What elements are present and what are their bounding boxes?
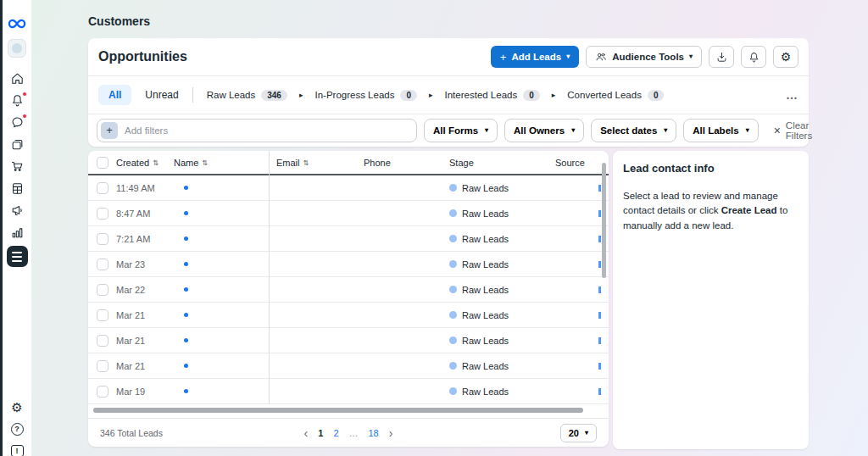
prev-page-icon[interactable]: ‹	[304, 426, 309, 440]
select-dates-dropdown[interactable]: Select dates ▾	[591, 119, 676, 142]
stage-dot	[449, 336, 457, 344]
row-checkbox[interactable]	[97, 284, 108, 296]
sidebar-item-notifications[interactable]	[3, 89, 31, 111]
page-1[interactable]: 1	[318, 428, 323, 438]
filters-text-input[interactable]	[125, 125, 413, 136]
clipped-source-text	[598, 337, 601, 344]
select-all-checkbox[interactable]	[97, 157, 108, 169]
page-size-value: 20	[569, 428, 579, 438]
column-phone: Phone	[359, 158, 447, 168]
column-email[interactable]: Email ⇅	[269, 158, 359, 168]
sidebar-item-insights[interactable]	[3, 221, 31, 243]
stage-dot	[449, 362, 457, 370]
table-row[interactable]: Mar 22 Raw Leads	[88, 277, 609, 303]
created-cell: Mar 22	[112, 285, 170, 295]
add-leads-label: Add Leads	[511, 52, 561, 62]
gear-icon: ⚙	[11, 401, 22, 414]
column-name[interactable]: Name ⇅	[170, 158, 269, 168]
count-badge: 346	[261, 90, 287, 101]
created-cell: 11:49 AM	[112, 183, 170, 193]
sidebar-item-feedback[interactable]: !	[3, 440, 31, 456]
row-checkbox[interactable]	[97, 208, 108, 220]
add-filter-icon[interactable]: +	[101, 122, 118, 139]
sidebar-item-commerce[interactable]	[3, 155, 31, 177]
leads-table-card: Created ⇅ Name ⇅ Email ⇅ Phone Stage Sou…	[88, 151, 609, 447]
sidebar-item-pages[interactable]	[3, 133, 31, 155]
sidebar-item-home[interactable]	[3, 67, 31, 89]
stage-cell: Raw Leads	[447, 183, 551, 193]
pages-icon	[10, 137, 25, 152]
tab-in-progress-leads[interactable]: In-Progress Leads 0	[314, 90, 417, 101]
row-checkbox[interactable]	[97, 360, 108, 372]
close-icon: ×	[774, 125, 781, 136]
column-created[interactable]: Created ⇅	[112, 158, 170, 168]
audience-tools-button[interactable]: Audience Tools ▾	[586, 46, 702, 68]
vertical-scrollbar[interactable]	[602, 163, 606, 278]
all-labels-dropdown[interactable]: All Labels ▾	[683, 119, 758, 142]
export-leads-button[interactable]	[709, 46, 734, 68]
sort-icon: ⇅	[153, 158, 159, 167]
table-row[interactable]: 7:21 AM Raw Leads	[88, 226, 609, 252]
row-checkbox[interactable]	[97, 259, 108, 270]
sidebar-item-all-tools[interactable]	[3, 243, 31, 265]
clipped-source-text	[598, 286, 601, 293]
row-checkbox[interactable]	[97, 386, 108, 398]
source-cell	[551, 185, 609, 192]
table-row[interactable]: Mar 21 Raw Leads	[88, 328, 609, 353]
stage-cell: Raw Leads	[447, 361, 551, 371]
unread-dot	[184, 211, 188, 215]
stage-dot	[449, 286, 457, 293]
sidebar-item-billing[interactable]	[3, 177, 31, 199]
chevron-down-icon: ▾	[746, 127, 749, 134]
table-row[interactable]: Mar 21 Raw Leads	[88, 353, 609, 379]
unread-dot	[184, 262, 188, 266]
created-cell: Mar 21	[112, 310, 170, 320]
more-options-button[interactable]: …	[786, 88, 798, 102]
meta-logo-icon[interactable]	[3, 13, 31, 35]
sidebar-item-messages[interactable]	[3, 111, 31, 133]
tab-all[interactable]: All	[98, 85, 131, 105]
tab-raw-leads[interactable]: Raw Leads 346	[207, 90, 287, 101]
tab-converted-leads[interactable]: Converted Leads 0	[567, 90, 664, 101]
dropdown-label: All Owners	[514, 125, 565, 136]
add-filters-input[interactable]: +	[97, 119, 417, 142]
row-checkbox[interactable]	[97, 335, 108, 347]
tab-label: Converted Leads	[567, 90, 642, 100]
stage-cell: Raw Leads	[447, 209, 551, 219]
plus-icon: +	[500, 52, 507, 63]
unread-dot	[184, 364, 188, 368]
sidebar-item-settings[interactable]: ⚙	[3, 396, 31, 418]
source-cell	[551, 210, 609, 217]
table-row[interactable]: Mar 19 Raw Leads	[88, 379, 609, 404]
sidebar-item-ads[interactable]	[3, 199, 31, 221]
horizontal-scrollbar[interactable]	[93, 408, 583, 413]
page-18[interactable]: 18	[369, 428, 379, 438]
sidebar-item-help[interactable]: ?	[3, 418, 31, 440]
all-forms-dropdown[interactable]: All Forms ▾	[424, 119, 498, 142]
tab-unread[interactable]: Unread	[145, 89, 178, 101]
add-leads-button[interactable]: + Add Leads ▾	[491, 46, 579, 68]
table-row[interactable]: Mar 21 Raw Leads	[88, 303, 609, 328]
notifications-button[interactable]	[741, 46, 766, 68]
clear-filters-button[interactable]: × Clear Filters	[774, 120, 812, 141]
row-checkbox[interactable]	[97, 182, 108, 194]
table-row[interactable]: 8:47 AM Raw Leads	[88, 201, 609, 226]
table-row[interactable]: Mar 23 Raw Leads	[88, 252, 609, 277]
count-badge: 0	[523, 90, 540, 101]
avatar-image	[12, 43, 22, 53]
page-size-dropdown[interactable]: 20 ▾	[560, 424, 597, 442]
created-cell: 8:47 AM	[112, 209, 170, 219]
page-2[interactable]: 2	[333, 428, 338, 438]
settings-button[interactable]: ⚙	[773, 46, 798, 68]
count-badge: 0	[400, 90, 417, 101]
next-page-icon[interactable]: ›	[389, 426, 393, 440]
tab-interested-leads[interactable]: Interested Leads 0	[445, 90, 540, 101]
clipped-source-text	[598, 210, 601, 217]
table-row[interactable]: 11:49 AM Raw Leads	[88, 175, 609, 201]
all-owners-dropdown[interactable]: All Owners ▾	[504, 119, 584, 142]
business-avatar[interactable]	[8, 39, 26, 58]
message-badge	[22, 114, 27, 119]
row-checkbox[interactable]	[97, 233, 108, 245]
table-body: 11:49 AM Raw Leads 8:47 AM Raw Leads 7:2…	[88, 175, 609, 404]
row-checkbox[interactable]	[97, 309, 108, 321]
